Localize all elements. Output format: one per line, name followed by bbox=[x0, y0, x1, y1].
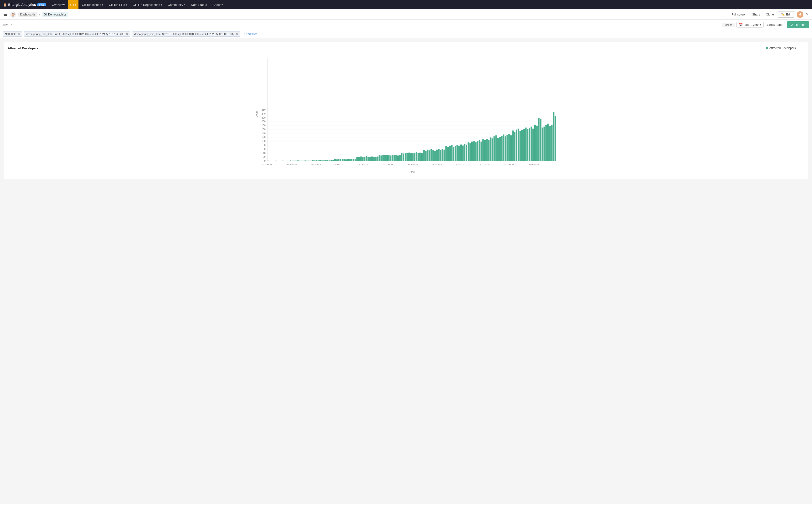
bar[interactable] bbox=[527, 129, 528, 161]
nav-item-overview[interactable]: Overview bbox=[50, 0, 67, 9]
bar[interactable] bbox=[397, 156, 399, 161]
bar[interactable] bbox=[421, 153, 423, 161]
bar[interactable] bbox=[510, 135, 512, 161]
bar[interactable] bbox=[373, 157, 375, 161]
bar[interactable] bbox=[353, 159, 354, 161]
bar[interactable] bbox=[316, 160, 317, 161]
bar[interactable] bbox=[299, 161, 301, 161]
add-filter-button[interactable]: + Add filter bbox=[242, 32, 258, 36]
bar[interactable] bbox=[414, 153, 415, 161]
bar[interactable] bbox=[469, 144, 471, 161]
bar[interactable] bbox=[419, 153, 421, 161]
nav-item-github-issues[interactable]: GitHub Issues ▾ bbox=[80, 0, 105, 9]
bar[interactable] bbox=[555, 116, 556, 161]
bar[interactable] bbox=[314, 161, 315, 161]
bar[interactable] bbox=[358, 157, 360, 161]
bar[interactable] bbox=[375, 157, 376, 161]
bar[interactable] bbox=[449, 146, 451, 161]
show-dates-button[interactable]: Show dates bbox=[765, 22, 785, 27]
bar[interactable] bbox=[490, 137, 492, 161]
bar[interactable] bbox=[508, 134, 510, 161]
bar[interactable] bbox=[294, 161, 295, 161]
bar[interactable] bbox=[277, 161, 278, 161]
bar[interactable] bbox=[499, 137, 501, 161]
bar[interactable] bbox=[286, 161, 288, 161]
bar[interactable] bbox=[395, 155, 397, 161]
bar[interactable] bbox=[382, 155, 384, 161]
bar[interactable] bbox=[440, 150, 442, 161]
bar[interactable] bbox=[458, 146, 460, 161]
bar[interactable] bbox=[453, 147, 454, 161]
bar[interactable] bbox=[288, 161, 290, 161]
bar[interactable] bbox=[477, 141, 478, 161]
bar[interactable] bbox=[347, 159, 349, 161]
remove-filter-demography-2[interactable]: ✕ bbox=[236, 33, 238, 36]
bar[interactable] bbox=[281, 161, 282, 161]
bar[interactable] bbox=[380, 156, 382, 161]
bar[interactable] bbox=[379, 155, 380, 161]
bar[interactable] bbox=[466, 145, 467, 161]
bar[interactable] bbox=[405, 153, 406, 161]
bar[interactable] bbox=[399, 155, 401, 161]
bar[interactable] bbox=[430, 149, 432, 161]
bar[interactable] bbox=[317, 161, 319, 161]
bar[interactable] bbox=[410, 153, 412, 161]
bar[interactable] bbox=[417, 153, 419, 161]
bar[interactable] bbox=[384, 155, 386, 161]
bar[interactable] bbox=[447, 147, 449, 161]
bar[interactable] bbox=[416, 152, 417, 161]
bar[interactable] bbox=[473, 141, 475, 161]
bar[interactable] bbox=[340, 159, 341, 161]
bar[interactable] bbox=[505, 136, 506, 161]
bar[interactable] bbox=[503, 134, 504, 161]
bar[interactable] bbox=[275, 161, 276, 161]
bar[interactable] bbox=[362, 157, 364, 161]
bar[interactable] bbox=[295, 161, 297, 161]
bar[interactable] bbox=[478, 140, 480, 161]
nav-item-about[interactable]: About ▾ bbox=[210, 0, 225, 9]
bar[interactable] bbox=[334, 159, 336, 161]
bar[interactable] bbox=[351, 159, 352, 161]
bar[interactable] bbox=[501, 136, 503, 161]
bar[interactable] bbox=[331, 160, 332, 161]
bar[interactable] bbox=[523, 129, 525, 161]
panel-toggle-icon[interactable]: ⊞ ▾ bbox=[3, 23, 7, 27]
bar[interactable] bbox=[507, 135, 508, 161]
bar[interactable] bbox=[306, 161, 308, 161]
bar[interactable] bbox=[538, 118, 540, 161]
bar[interactable] bbox=[356, 157, 358, 161]
breadcrumb-dashboards[interactable]: Dashboards bbox=[18, 12, 37, 17]
bar[interactable] bbox=[329, 161, 331, 161]
bar[interactable] bbox=[445, 146, 447, 161]
help-button[interactable]: ? bbox=[805, 11, 809, 17]
bar[interactable] bbox=[327, 160, 328, 161]
bar[interactable] bbox=[394, 155, 395, 161]
bar[interactable] bbox=[428, 151, 430, 161]
fullscreen-button[interactable]: Full screen bbox=[729, 12, 748, 17]
avatar[interactable]: d bbox=[797, 11, 803, 18]
bar[interactable] bbox=[549, 126, 551, 161]
bar[interactable] bbox=[551, 125, 553, 161]
bar[interactable] bbox=[471, 142, 473, 161]
remove-filter-bots[interactable]: ✕ bbox=[18, 33, 20, 36]
bar[interactable] bbox=[427, 150, 428, 161]
bar[interactable] bbox=[493, 136, 495, 161]
bar[interactable] bbox=[278, 161, 280, 161]
bar[interactable] bbox=[390, 156, 392, 161]
nav-item-github-repos[interactable]: GitHub Repositories ▾ bbox=[131, 0, 164, 9]
bar[interactable] bbox=[323, 161, 325, 161]
brand-logo[interactable]: 🦉 Bitergia Analytics cloud bbox=[3, 3, 46, 7]
bar[interactable] bbox=[297, 161, 299, 161]
bar[interactable] bbox=[312, 160, 314, 161]
bar[interactable] bbox=[442, 149, 443, 161]
bar[interactable] bbox=[492, 138, 493, 161]
share-button[interactable]: Share bbox=[750, 12, 762, 17]
bar[interactable] bbox=[438, 149, 440, 161]
bar[interactable] bbox=[547, 124, 549, 161]
bar[interactable] bbox=[451, 145, 453, 161]
bar[interactable] bbox=[536, 125, 538, 161]
bar[interactable] bbox=[336, 159, 338, 161]
bar[interactable] bbox=[369, 157, 371, 161]
bar[interactable] bbox=[553, 112, 555, 161]
bar[interactable] bbox=[486, 139, 488, 161]
